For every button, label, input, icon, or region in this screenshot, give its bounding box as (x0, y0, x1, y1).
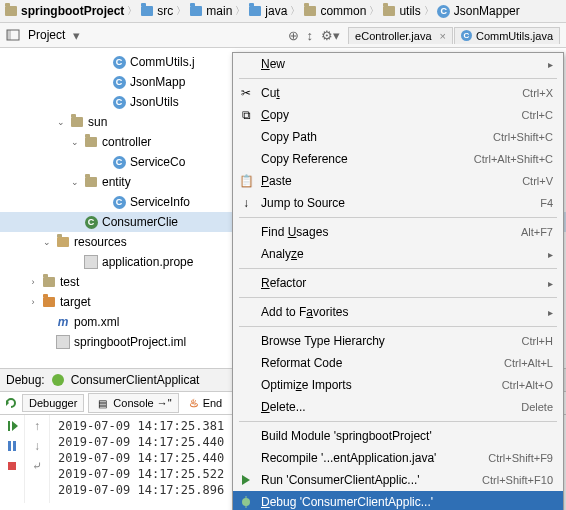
crumb-utils[interactable]: utils (382, 4, 420, 18)
pause-icon[interactable] (5, 439, 19, 453)
tree-label: test (60, 275, 79, 289)
tree-twisty[interactable]: ⌄ (70, 137, 80, 147)
tree-twisty[interactable]: › (28, 277, 38, 287)
tab-endpoints[interactable]: ♨End (183, 395, 229, 412)
editor-tab[interactable]: eController.java× (348, 27, 453, 44)
collapse-icon[interactable]: ↕ (307, 28, 314, 43)
class-icon: C (112, 95, 126, 109)
tree-twisty[interactable]: ⌄ (70, 177, 80, 187)
menu-recompile[interactable]: Recompile '...entApplication.java'Ctrl+S… (233, 447, 563, 469)
tree-twisty[interactable]: › (28, 297, 38, 307)
crumb-java[interactable]: java (248, 4, 287, 18)
console-gutter-2: ↑ ↓ ⤶ (25, 415, 50, 503)
tree-label: sun (88, 115, 107, 129)
menu-favorites[interactable]: Add to Favorites▸ (233, 301, 563, 323)
locate-icon[interactable]: ⊕ (288, 28, 299, 43)
tree-twisty[interactable]: ⌄ (56, 117, 66, 127)
tab-console[interactable]: ▤Console →" (88, 393, 178, 413)
crumb-common[interactable]: common (303, 4, 366, 18)
menu-copy[interactable]: ⧉CopyCtrl+C (233, 104, 563, 126)
svg-point-2 (242, 498, 250, 506)
tab-debugger[interactable]: Debugger (22, 394, 84, 412)
folder-icon (382, 4, 396, 18)
crumb-src[interactable]: src (140, 4, 173, 18)
folder-icon (189, 4, 203, 18)
menu-find-usages[interactable]: Find UsagesAlt+F7 (233, 221, 563, 243)
class-icon: C (437, 4, 451, 18)
tree-twisty[interactable]: ⌄ (42, 237, 52, 247)
copy-icon: ⧉ (237, 108, 255, 122)
menu-delete[interactable]: Delete...Delete (233, 396, 563, 418)
run-config-name[interactable]: ConsumerClientApplicat (71, 373, 200, 387)
folder-icon (42, 275, 56, 289)
folder-icon (140, 4, 154, 18)
crumb-class[interactable]: CJsonMapper (437, 4, 520, 18)
menu-refactor[interactable]: Refactor▸ (233, 272, 563, 294)
run-icon (237, 474, 255, 486)
menu-build-module[interactable]: Build Module 'springbootProject' (233, 425, 563, 447)
menu-copy-path[interactable]: Copy PathCtrl+Shift+C (233, 126, 563, 148)
svg-rect-10 (8, 462, 16, 470)
class-g-icon: C (84, 215, 98, 229)
file-icon (84, 255, 98, 269)
svg-rect-8 (8, 441, 11, 451)
tree-label: ServiceCo (130, 155, 185, 169)
rerun-icon[interactable] (4, 396, 18, 410)
menu-reformat[interactable]: Reformat CodeCtrl+Alt+L (233, 352, 563, 374)
tree-label: target (60, 295, 91, 309)
project-icon[interactable] (6, 28, 20, 42)
wrap-icon[interactable]: ⤶ (32, 459, 42, 473)
project-label[interactable]: Project (28, 28, 65, 42)
arrow-down-icon: ↓ (237, 196, 255, 210)
folder-icon (70, 115, 84, 129)
spring-icon (51, 373, 65, 387)
tree-label: controller (102, 135, 151, 149)
down-icon[interactable]: ↓ (34, 439, 40, 453)
dropdown-icon[interactable]: ▾ (73, 28, 80, 43)
svg-rect-1 (7, 30, 11, 40)
resume-icon[interactable] (5, 419, 19, 433)
console-icon: ▤ (95, 396, 109, 410)
svg-point-6 (52, 374, 64, 386)
svg-rect-9 (13, 441, 16, 451)
file-icon (56, 335, 70, 349)
folder-icon (4, 4, 18, 18)
class-icon: C (112, 195, 126, 209)
flame-icon: ♨ (189, 397, 199, 410)
crumb-main[interactable]: main (189, 4, 232, 18)
menu-type-hierarchy[interactable]: Browse Type HierarchyCtrl+H (233, 330, 563, 352)
maven-icon: m (56, 315, 70, 329)
menu-cut[interactable]: ✂CutCtrl+X (233, 82, 563, 104)
debug-title: Debug: (6, 373, 45, 387)
folder-icon (248, 4, 262, 18)
tree-label: resources (74, 235, 127, 249)
menu-run[interactable]: Run 'ConsumerClientApplic...'Ctrl+Shift+… (233, 469, 563, 491)
svg-rect-7 (8, 421, 10, 431)
editor-tab[interactable]: CCommUtils.java (454, 27, 560, 44)
paste-icon: 📋 (237, 174, 255, 188)
menu-copy-reference[interactable]: Copy ReferenceCtrl+Alt+Shift+C (233, 148, 563, 170)
class-icon: C (461, 30, 472, 41)
tree-label: entity (102, 175, 131, 189)
menu-optimize-imports[interactable]: Optimize ImportsCtrl+Alt+O (233, 374, 563, 396)
tree-label: springbootProject.iml (74, 335, 186, 349)
class-icon: C (112, 55, 126, 69)
folder-orange-icon (42, 295, 56, 309)
menu-paste[interactable]: 📋PasteCtrl+V (233, 170, 563, 192)
up-icon[interactable]: ↑ (34, 419, 40, 433)
stop-icon[interactable] (5, 459, 19, 473)
tree-label: ServiceInfo (130, 195, 190, 209)
crumb-project[interactable]: springbootProject (4, 4, 124, 18)
scissors-icon: ✂ (237, 86, 255, 100)
menu-new[interactable]: New▸ (233, 53, 563, 75)
menu-debug[interactable]: Debug 'ConsumerClientApplic...' (233, 491, 563, 510)
tree-label: JsonUtils (130, 95, 179, 109)
tree-label: ConsumerClie (102, 215, 178, 229)
menu-analyze[interactable]: Analyze▸ (233, 243, 563, 265)
class-icon: C (112, 75, 126, 89)
gear-icon[interactable]: ⚙▾ (321, 28, 340, 43)
close-icon[interactable]: × (440, 30, 446, 42)
folder-res-icon (56, 235, 70, 249)
menu-jump[interactable]: ↓Jump to SourceF4 (233, 192, 563, 214)
folder-icon (84, 135, 98, 149)
